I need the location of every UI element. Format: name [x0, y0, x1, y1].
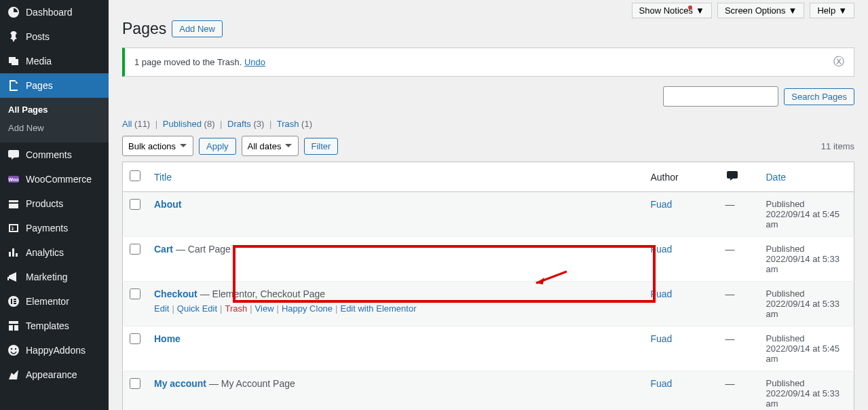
date-filter-select[interactable]: All dates	[242, 136, 299, 156]
date-cell: Published2022/09/14 at 5:33 am	[759, 371, 854, 411]
column-date[interactable]: Date	[759, 162, 854, 192]
sidebar-item-dashboard[interactable]: Dashboard	[0, 0, 109, 24]
sidebar-item-marketing[interactable]: Marketing	[0, 265, 109, 289]
sidebar-item-comments[interactable]: Comments	[0, 143, 109, 167]
svg-rect-3	[11, 299, 12, 304]
svg-rect-6	[14, 303, 16, 304]
sidebar-sub-add-new[interactable]: Add New	[0, 119, 109, 137]
elementor-icon	[7, 295, 20, 308]
pin-icon	[7, 30, 20, 43]
post-state: — My Account Page	[206, 378, 295, 389]
filter-drafts[interactable]: Drafts	[227, 119, 251, 129]
woo-icon: Woo	[7, 172, 20, 186]
sidebar-item-label: WooCommerce	[26, 174, 92, 185]
column-title[interactable]: Title	[147, 162, 644, 192]
page-title-link[interactable]: About	[154, 199, 181, 210]
filter-published[interactable]: Published	[163, 119, 202, 129]
page-title-link[interactable]: Checkout	[154, 288, 197, 299]
pages-table: Title Author Date AboutFuad—Published202…	[122, 162, 854, 410]
top-bar: Show Notices ▼ Screen Options ▼ Help ▼	[122, 0, 854, 18]
author-link[interactable]: Fuad	[651, 378, 673, 389]
sidebar-item-appearance[interactable]: Appearance	[0, 362, 109, 387]
happy-clone-link[interactable]: Happy Clone	[282, 303, 333, 314]
templates-icon	[7, 319, 20, 333]
payment-icon	[7, 221, 20, 235]
apply-button[interactable]: Apply	[199, 138, 236, 155]
row-checkbox[interactable]	[130, 288, 140, 299]
sidebar-item-label: Comments	[26, 149, 72, 160]
comments-count: —	[719, 192, 759, 237]
column-comments[interactable]	[719, 162, 759, 192]
sidebar-item-happyaddons[interactable]: HappyAddons	[0, 338, 109, 362]
product-icon	[7, 197, 20, 210]
row-actions: Edit|Quick Edit|Trash|View|Happy Clone|E…	[154, 303, 637, 314]
table-row: AboutFuad—Published2022/09/14 at 5:45 am	[123, 192, 854, 237]
page-icon	[7, 79, 20, 92]
search-input[interactable]	[663, 86, 778, 107]
sidebar-item-media[interactable]: Media	[0, 49, 109, 73]
media-icon	[7, 54, 20, 68]
author-link[interactable]: Fuad	[651, 333, 673, 344]
help-button[interactable]: Help ▼	[810, 3, 854, 18]
table-row: Checkout — Elementor, Checkout PageEdit|…	[123, 282, 854, 327]
sidebar-item-analytics[interactable]: Analytics	[0, 240, 109, 265]
author-link[interactable]: Fuad	[651, 244, 673, 255]
date-cell: Published2022/09/14 at 5:45 am	[759, 192, 854, 237]
svg-text:Woo: Woo	[8, 177, 18, 182]
sidebar-item-products[interactable]: Products	[0, 191, 109, 216]
comments-count: —	[719, 327, 759, 371]
filter-all[interactable]: All	[122, 119, 132, 129]
search-pages-button[interactable]: Search Pages	[784, 88, 854, 105]
appearance-icon	[7, 368, 20, 381]
author-link[interactable]: Fuad	[651, 288, 673, 299]
main-content: Show Notices ▼ Screen Options ▼ Help ▼ P…	[109, 0, 868, 410]
row-checkbox[interactable]	[130, 199, 140, 210]
sidebar-item-label: Dashboard	[26, 7, 73, 18]
sidebar-item-payments[interactable]: Payments	[0, 216, 109, 240]
sidebar-sub-all-pages[interactable]: All Pages	[0, 100, 109, 119]
column-author: Author	[644, 162, 719, 192]
sidebar-item-label: HappyAddons	[26, 345, 86, 356]
sidebar-item-label: Pages	[26, 80, 53, 91]
quick-edit-link[interactable]: Quick Edit	[177, 303, 217, 314]
sidebar-item-pages[interactable]: Pages	[0, 73, 109, 98]
comments-count: —	[719, 371, 759, 411]
trash-link[interactable]: Trash	[225, 303, 247, 314]
svg-rect-4	[14, 299, 16, 300]
comments-count: —	[719, 282, 759, 327]
sidebar-item-label: Analytics	[26, 247, 64, 258]
table-row: My account — My Account PageFuad—Publish…	[123, 371, 854, 411]
page-title-link[interactable]: Home	[154, 333, 181, 344]
sidebar-item-woocommerce[interactable]: WooWooCommerce	[0, 167, 109, 191]
filter-button[interactable]: Filter	[304, 138, 339, 155]
author-link[interactable]: Fuad	[651, 199, 673, 210]
sidebar-item-label: Templates	[26, 320, 69, 331]
svg-point-9	[15, 348, 16, 350]
row-checkbox[interactable]	[130, 333, 140, 344]
edit-elementor-link[interactable]: Edit with Elementor	[340, 303, 416, 314]
page-title-link[interactable]: Cart	[154, 244, 173, 255]
bulk-actions-select[interactable]: Bulk actions	[122, 136, 193, 156]
screen-options-button[interactable]: Screen Options ▼	[717, 3, 804, 18]
row-checkbox[interactable]	[130, 378, 140, 389]
dismiss-notice-icon[interactable]: ⓧ	[833, 55, 844, 69]
filter-trash[interactable]: Trash	[277, 119, 299, 129]
show-notices-button[interactable]: Show Notices ▼	[632, 3, 712, 18]
edit-link[interactable]: Edit	[154, 303, 169, 314]
svg-rect-5	[14, 301, 16, 302]
comment-icon	[7, 148, 20, 162]
page-title-link[interactable]: My account	[154, 378, 206, 389]
sidebar-item-posts[interactable]: Posts	[0, 24, 109, 49]
table-row: Cart — Cart PageFuad—Published2022/09/14…	[123, 237, 854, 282]
post-state: — Elementor, Checkout Page	[197, 288, 325, 299]
sidebar-item-templates[interactable]: Templates	[0, 314, 109, 338]
select-all-checkbox[interactable]	[130, 170, 140, 181]
sidebar-item-elementor[interactable]: Elementor	[0, 289, 109, 314]
notice-text: 1 page moved to the Trash.	[134, 57, 242, 67]
add-new-button[interactable]: Add New	[172, 20, 223, 37]
sidebar-item-label: Elementor	[26, 296, 69, 307]
view-link[interactable]: View	[255, 303, 274, 314]
undo-link[interactable]: Undo	[244, 57, 265, 67]
marketing-icon	[7, 270, 20, 284]
row-checkbox[interactable]	[130, 244, 140, 255]
